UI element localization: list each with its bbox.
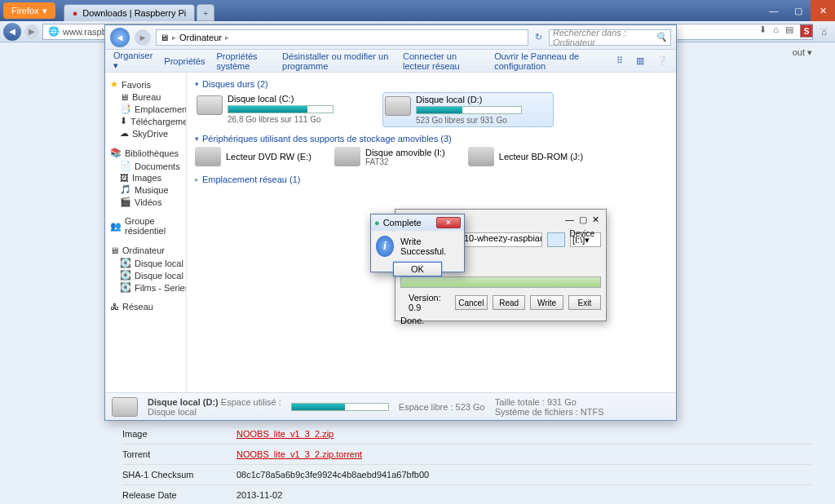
maximize-button[interactable]: ▢ bbox=[786, 0, 811, 21]
toolbar-desinstall[interactable]: Désinstaller ou modifier un programme bbox=[282, 51, 391, 71]
row-label-date: Release Date bbox=[122, 490, 236, 500]
exit-button[interactable]: Exit bbox=[568, 295, 601, 310]
bd-drive-icon bbox=[468, 147, 494, 166]
status-type: Disque local bbox=[148, 407, 197, 417]
computer-icon: 🖥 bbox=[110, 245, 119, 255]
sidebar-disque-c[interactable]: 💽Disque local (C:) bbox=[105, 257, 186, 269]
periph-bd[interactable]: Lecteur BD-ROM (J:) bbox=[468, 147, 583, 166]
sha-value: 08c1c78a5a6b9c3fe9924c4b8aebd941a67bfb00 bbox=[236, 470, 429, 480]
extension-s-icon[interactable]: S bbox=[800, 24, 813, 38]
toolbar-panneau[interactable]: Ouvrir le Panneau de configuration bbox=[494, 51, 592, 71]
library-icon: 📚 bbox=[110, 148, 121, 158]
drive-c[interactable]: Disque local (C:) 26,8 Go libres sur 111… bbox=[195, 92, 366, 127]
back-button[interactable]: ◄ bbox=[3, 23, 21, 41]
sidebar-telechargements[interactable]: ⬇Téléchargements bbox=[105, 115, 186, 127]
refresh-icon[interactable]: ↻ bbox=[535, 32, 542, 42]
raspberry-icon: ● bbox=[73, 8, 78, 18]
image-link[interactable]: NOOBS_lite_v1_3_2.zip bbox=[236, 429, 334, 439]
firefox-label: Firefox bbox=[11, 6, 39, 15]
sidebar-skydrive[interactable]: ☁SkyDrive bbox=[105, 127, 186, 139]
toolbar-proprietes[interactable]: Propriétés bbox=[164, 56, 205, 66]
explorer-forward-button[interactable]: ► bbox=[135, 29, 151, 46]
sidebar-biblio[interactable]: 📚Bibliothèques bbox=[105, 146, 186, 160]
sidebar-emplacements[interactable]: 📑Emplacements récen bbox=[105, 103, 186, 115]
sidebar-ordinateur[interactable]: 🖥Ordinateur bbox=[105, 244, 186, 257]
removable-drive-icon bbox=[334, 147, 360, 166]
write-button[interactable]: Write bbox=[530, 295, 563, 310]
sidebar-films[interactable]: 💽Films - Series (\\192. bbox=[105, 281, 186, 294]
path-segment[interactable]: Ordinateur bbox=[179, 33, 222, 42]
toolbar-prop-sys[interactable]: Propriétés système bbox=[216, 51, 271, 71]
homegroup-icon: 👥 bbox=[110, 221, 121, 232]
search-placeholder: Rechercher dans : Ordinateur bbox=[553, 28, 667, 47]
drive-c-usage-bar bbox=[228, 105, 334, 113]
drive-icon bbox=[112, 397, 138, 417]
status-bar: Disque local (D:) Espace utilisé : Disqu… bbox=[105, 392, 676, 420]
explorer-search-input[interactable]: Rechercher dans : Ordinateur 🔍 bbox=[549, 29, 671, 46]
sidebar-documents[interactable]: 📄Documents bbox=[105, 160, 186, 172]
status-usage-bar bbox=[291, 403, 389, 411]
bookmark-icon[interactable]: ▤ bbox=[785, 24, 793, 38]
ok-button[interactable]: OK bbox=[393, 262, 442, 276]
periph-dvd[interactable]: Lecteur DVD RW (E:) bbox=[195, 147, 311, 166]
sidebar-videos[interactable]: 🎬Vidéos bbox=[105, 196, 186, 208]
view-icon[interactable]: ⠿ bbox=[615, 55, 624, 68]
dvd-drive-icon bbox=[195, 147, 221, 166]
drive-icon: 💽 bbox=[120, 258, 131, 268]
search-icon: 🔍 bbox=[656, 32, 667, 42]
disclosure-icon: ▸ bbox=[195, 175, 199, 183]
section-emplacement[interactable]: ▸Emplacement réseau (1) bbox=[195, 175, 668, 184]
new-tab-button[interactable]: + bbox=[197, 4, 214, 21]
sidebar-images[interactable]: 🖼Images bbox=[105, 172, 186, 183]
torrent-link[interactable]: NOOBS_lite_v1_3_2.zip.torrent bbox=[236, 449, 362, 459]
firefox-menu-button[interactable]: Firefox ▾ bbox=[3, 2, 55, 19]
dialog-close-button[interactable]: ✕ bbox=[436, 217, 461, 228]
device-label: Device bbox=[569, 229, 594, 238]
toolbar-organiser[interactable]: Organiser ▾ bbox=[113, 51, 152, 71]
sidebar-disque-d[interactable]: 💽Disque local (D:) bbox=[105, 269, 186, 281]
menu-icon[interactable]: ⋯ bbox=[820, 24, 828, 38]
version-label: Version: 0.9 bbox=[409, 293, 450, 312]
periph-amovible[interactable]: Disque amovible (I:)FAT32 bbox=[334, 147, 445, 166]
sidebar-favoris[interactable]: ★Favoris bbox=[105, 77, 186, 91]
address-bar[interactable]: 🖥 ▸ Ordinateur ▸ bbox=[156, 29, 528, 46]
nav-about[interactable]: out bbox=[793, 47, 805, 57]
browser-tab[interactable]: ● Downloads | Raspberry Pi bbox=[64, 4, 196, 21]
read-button[interactable]: Read bbox=[493, 295, 525, 310]
disclosure-icon: ▾ bbox=[195, 80, 199, 88]
browse-button[interactable] bbox=[547, 232, 565, 247]
section-periph[interactable]: ▾Périphériques utilisant des supports de… bbox=[195, 134, 668, 144]
progress-bar bbox=[400, 276, 601, 288]
recent-icon: 📑 bbox=[120, 104, 131, 114]
sidebar-groupe[interactable]: 👥Groupe résidentiel bbox=[105, 214, 186, 237]
drive-d[interactable]: Disque local (D:) 523 Go libres sur 931 … bbox=[382, 92, 554, 127]
preview-pane-icon[interactable]: ▥ bbox=[636, 55, 645, 68]
toolbar-connect[interactable]: Connecter un lecteur réseau bbox=[403, 51, 483, 71]
maximize-icon[interactable]: ▢ bbox=[579, 214, 587, 225]
download-icon: ⬇ bbox=[120, 116, 127, 126]
dialog-title: Complete bbox=[383, 218, 422, 228]
video-icon: 🎬 bbox=[120, 197, 131, 207]
complete-dialog: ● Complete ✕ i Write Successful. OK bbox=[370, 214, 465, 272]
star-icon: ★ bbox=[110, 79, 118, 90]
download-icon[interactable]: ⬇ bbox=[759, 24, 767, 38]
home-icon[interactable]: ⌂ bbox=[773, 24, 779, 38]
sidebar-musique[interactable]: 🎵Musique bbox=[105, 183, 186, 196]
close-icon[interactable]: ✕ bbox=[592, 214, 599, 225]
drive-icon: 💽 bbox=[120, 270, 131, 281]
drive-c-free: 26,8 Go libres sur 111 Go bbox=[228, 115, 334, 124]
section-disques[interactable]: ▾Disques durs (2) bbox=[195, 79, 668, 89]
cancel-button[interactable]: Cancel bbox=[455, 295, 488, 310]
date-value: 2013-11-02 bbox=[236, 490, 282, 500]
close-button[interactable]: ✕ bbox=[811, 0, 835, 21]
sidebar-reseau[interactable]: 🖧Réseau bbox=[105, 300, 186, 313]
minimize-button[interactable]: — bbox=[762, 0, 786, 21]
minimize-icon[interactable]: — bbox=[565, 214, 574, 225]
help-icon[interactable]: ❔ bbox=[656, 55, 668, 68]
dialog-message: Write Successful. bbox=[400, 237, 459, 256]
image-icon: 🖼 bbox=[120, 173, 129, 183]
explorer-back-button[interactable]: ◄ bbox=[110, 28, 130, 47]
forward-button[interactable]: ► bbox=[24, 24, 39, 39]
sidebar-bureau[interactable]: 🖥Bureau bbox=[105, 91, 186, 103]
globe-icon: 🌐 bbox=[48, 26, 60, 37]
